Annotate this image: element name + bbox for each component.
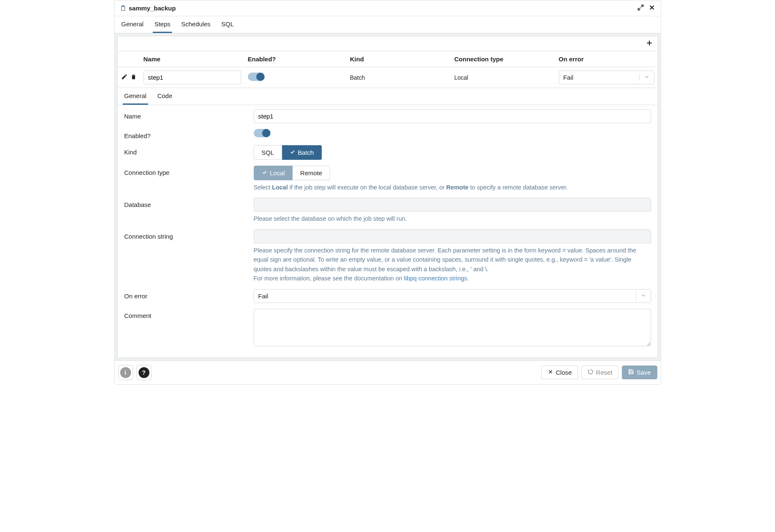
dialog-footer: i ? Close Reset Save	[115, 361, 661, 384]
col-header-on-error: On error	[555, 51, 658, 67]
connection-option-local-label: Local	[270, 169, 285, 176]
on-error-value: Fail	[258, 292, 268, 300]
help-button[interactable]: ?	[136, 365, 151, 380]
kind-option-sql[interactable]: SQL	[254, 145, 282, 160]
label-enabled: Enabled?	[124, 129, 254, 139]
chevron-down-icon	[636, 292, 646, 300]
col-header-name: Name	[140, 51, 245, 67]
tab-schedules[interactable]: Schedules	[179, 16, 212, 33]
dialog: sammy_backup General Steps Schedules SQL	[114, 0, 661, 385]
enabled-toggle[interactable]	[254, 129, 270, 137]
delete-row-icon[interactable]	[130, 73, 137, 81]
tab-steps[interactable]: Steps	[153, 16, 172, 33]
name-input[interactable]	[254, 109, 651, 123]
row-kind-value: Batch	[347, 71, 451, 84]
label-kind: Kind	[124, 145, 254, 156]
close-icon[interactable]	[648, 4, 656, 13]
connection-option-remote[interactable]: Remote	[293, 166, 330, 180]
label-comment: Comment	[124, 309, 254, 319]
label-connection-string: Connection string	[124, 229, 254, 240]
close-x-icon	[548, 369, 553, 376]
label-name: Name	[124, 109, 254, 120]
help-icon: ?	[139, 367, 149, 378]
tab-sql[interactable]: SQL	[220, 16, 235, 33]
check-icon	[290, 149, 295, 156]
close-button[interactable]: Close	[541, 366, 578, 379]
label-database: Database	[124, 198, 254, 208]
table-row: Batch Local Fail	[118, 67, 658, 88]
save-icon	[628, 369, 634, 376]
steps-grid: Name Enabled? Kind Connection type On er…	[117, 36, 658, 358]
top-tabs: General Steps Schedules SQL	[115, 16, 661, 33]
reset-icon	[588, 369, 593, 376]
info-icon: i	[120, 367, 131, 378]
row-on-error-value: Fail	[563, 74, 573, 81]
step-inner-tabs: General Code	[118, 88, 658, 105]
row-on-error-select[interactable]: Fail	[559, 71, 654, 84]
row-connection-value: Local	[451, 71, 555, 84]
row-enabled-toggle[interactable]	[248, 73, 265, 81]
connection-string-input	[254, 229, 651, 243]
database-help: Please select the database on which the …	[254, 214, 651, 223]
grid-header-row: Name Enabled? Kind Connection type On er…	[118, 51, 658, 67]
save-button[interactable]: Save	[622, 366, 657, 379]
connection-option-local[interactable]: Local	[254, 166, 293, 180]
inner-tab-code[interactable]: Code	[156, 88, 174, 105]
connection-string-help: Please specify the connection string for…	[254, 246, 651, 283]
close-button-label: Close	[556, 369, 572, 376]
reset-button-label: Reset	[596, 369, 612, 376]
dialog-header: sammy_backup	[115, 0, 661, 16]
label-on-error: On error	[124, 289, 254, 300]
save-button-label: Save	[636, 369, 651, 376]
info-button[interactable]: i	[118, 365, 133, 380]
connection-type-help: Select Local if the job step will execut…	[254, 183, 651, 192]
libpq-link[interactable]: libpq connection strings	[404, 275, 467, 282]
add-row-button[interactable]	[645, 39, 654, 48]
inner-tab-general[interactable]: General	[123, 88, 148, 105]
steps-panel: Name Enabled? Kind Connection type On er…	[115, 33, 661, 361]
connection-type-button-group: Local Remote	[254, 166, 330, 180]
comment-textarea[interactable]	[254, 309, 651, 346]
col-header-enabled: Enabled?	[245, 51, 347, 67]
check-icon	[262, 169, 268, 176]
on-error-select[interactable]: Fail	[254, 289, 651, 303]
edit-row-icon[interactable]	[121, 73, 128, 81]
maximize-icon[interactable]	[637, 4, 644, 12]
label-connection-type: Connection type	[124, 166, 254, 176]
col-header-kind: Kind	[347, 51, 451, 67]
clipboard-icon	[120, 5, 126, 12]
kind-option-batch[interactable]: Batch	[282, 145, 322, 160]
tab-general[interactable]: General	[120, 16, 145, 33]
chevron-down-icon	[639, 74, 650, 81]
reset-button[interactable]: Reset	[581, 366, 618, 379]
row-name-input[interactable]	[144, 71, 241, 84]
database-input	[254, 198, 651, 212]
kind-option-batch-label: Batch	[298, 149, 314, 156]
step-form: Name Enabled? Kind SQL	[118, 105, 658, 358]
grid-toolbar	[118, 36, 658, 51]
dialog-title: sammy_backup	[129, 5, 637, 12]
kind-button-group: SQL Batch	[254, 145, 322, 160]
col-header-connection-type: Connection type	[451, 51, 555, 67]
